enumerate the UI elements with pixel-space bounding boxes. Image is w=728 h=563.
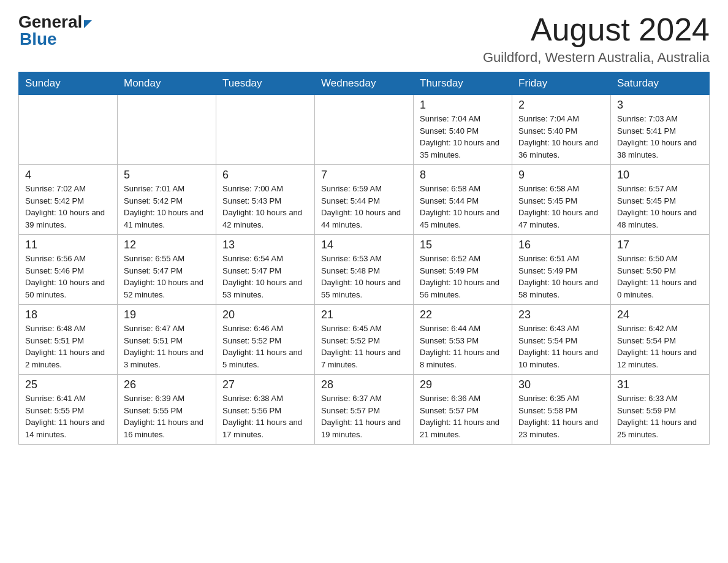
calendar-cell: 8Sunrise: 6:58 AM Sunset: 5:44 PM Daylig… <box>414 165 512 235</box>
day-info: Sunrise: 6:58 AM Sunset: 5:44 PM Dayligh… <box>420 183 506 231</box>
day-info: Sunrise: 6:59 AM Sunset: 5:44 PM Dayligh… <box>321 183 407 231</box>
day-number: 14 <box>321 239 407 251</box>
calendar-cell: 15Sunrise: 6:52 AM Sunset: 5:49 PM Dayli… <box>414 235 512 305</box>
day-info: Sunrise: 6:35 AM Sunset: 5:58 PM Dayligh… <box>518 393 604 440</box>
calendar-header-friday: Friday <box>512 72 611 95</box>
calendar-header-saturday: Saturday <box>611 72 710 95</box>
calendar-cell: 12Sunrise: 6:55 AM Sunset: 5:47 PM Dayli… <box>118 235 216 305</box>
day-info: Sunrise: 6:44 AM Sunset: 5:53 PM Dayligh… <box>420 323 506 370</box>
day-info: Sunrise: 7:02 AM Sunset: 5:42 PM Dayligh… <box>25 183 111 231</box>
day-info: Sunrise: 6:46 AM Sunset: 5:52 PM Dayligh… <box>222 323 308 370</box>
calendar-cell <box>315 95 414 165</box>
day-number: 27 <box>222 378 308 391</box>
calendar-header-row: SundayMondayTuesdayWednesdayThursdayFrid… <box>19 72 710 95</box>
week-row-4: 18Sunrise: 6:48 AM Sunset: 5:51 PM Dayli… <box>19 305 710 375</box>
calendar-cell: 29Sunrise: 6:36 AM Sunset: 5:57 PM Dayli… <box>414 375 512 445</box>
calendar-cell: 17Sunrise: 6:50 AM Sunset: 5:50 PM Dayli… <box>611 235 710 305</box>
day-number: 19 <box>124 308 210 321</box>
week-row-1: 1Sunrise: 7:04 AM Sunset: 5:40 PM Daylig… <box>19 95 710 165</box>
day-info: Sunrise: 6:38 AM Sunset: 5:56 PM Dayligh… <box>222 393 308 440</box>
title-block: August 2024 Guildford, Western Australia… <box>483 12 710 66</box>
day-info: Sunrise: 7:03 AM Sunset: 5:41 PM Dayligh… <box>617 113 703 161</box>
calendar-cell <box>19 95 118 165</box>
day-info: Sunrise: 6:39 AM Sunset: 5:55 PM Dayligh… <box>124 393 210 440</box>
day-info: Sunrise: 6:45 AM Sunset: 5:52 PM Dayligh… <box>321 323 407 370</box>
day-info: Sunrise: 6:48 AM Sunset: 5:51 PM Dayligh… <box>25 323 111 370</box>
calendar-cell: 18Sunrise: 6:48 AM Sunset: 5:51 PM Dayli… <box>19 305 118 375</box>
day-number: 29 <box>420 378 506 391</box>
calendar-cell: 1Sunrise: 7:04 AM Sunset: 5:40 PM Daylig… <box>414 95 512 165</box>
calendar-cell: 24Sunrise: 6:42 AM Sunset: 5:54 PM Dayli… <box>611 305 710 375</box>
calendar-cell: 19Sunrise: 6:47 AM Sunset: 5:51 PM Dayli… <box>118 305 216 375</box>
day-number: 24 <box>617 308 703 321</box>
calendar-cell: 10Sunrise: 6:57 AM Sunset: 5:45 PM Dayli… <box>611 165 710 235</box>
calendar-cell: 31Sunrise: 6:33 AM Sunset: 5:59 PM Dayli… <box>611 375 710 445</box>
calendar-cell: 2Sunrise: 7:04 AM Sunset: 5:40 PM Daylig… <box>512 95 611 165</box>
day-info: Sunrise: 6:52 AM Sunset: 5:49 PM Dayligh… <box>420 253 506 301</box>
calendar-header-thursday: Thursday <box>414 72 512 95</box>
day-number: 7 <box>321 169 407 182</box>
day-number: 21 <box>321 308 407 321</box>
day-number: 2 <box>518 99 604 112</box>
calendar-cell <box>216 95 315 165</box>
calendar-cell: 26Sunrise: 6:39 AM Sunset: 5:55 PM Dayli… <box>118 375 216 445</box>
calendar-cell: 25Sunrise: 6:41 AM Sunset: 5:55 PM Dayli… <box>19 375 118 445</box>
day-info: Sunrise: 6:54 AM Sunset: 5:47 PM Dayligh… <box>222 253 308 301</box>
calendar-cell: 4Sunrise: 7:02 AM Sunset: 5:42 PM Daylig… <box>19 165 118 235</box>
calendar-cell: 23Sunrise: 6:43 AM Sunset: 5:54 PM Dayli… <box>512 305 611 375</box>
day-info: Sunrise: 6:43 AM Sunset: 5:54 PM Dayligh… <box>518 323 604 370</box>
calendar-header-wednesday: Wednesday <box>315 72 414 95</box>
day-number: 30 <box>518 378 604 391</box>
day-info: Sunrise: 6:42 AM Sunset: 5:54 PM Dayligh… <box>617 323 703 370</box>
calendar-cell: 30Sunrise: 6:35 AM Sunset: 5:58 PM Dayli… <box>512 375 611 445</box>
calendar-cell: 28Sunrise: 6:37 AM Sunset: 5:57 PM Dayli… <box>315 375 414 445</box>
day-info: Sunrise: 6:50 AM Sunset: 5:50 PM Dayligh… <box>617 253 703 301</box>
day-info: Sunrise: 6:58 AM Sunset: 5:45 PM Dayligh… <box>518 183 604 231</box>
calendar-cell: 14Sunrise: 6:53 AM Sunset: 5:48 PM Dayli… <box>315 235 414 305</box>
day-number: 3 <box>617 99 703 112</box>
day-number: 8 <box>420 169 506 182</box>
calendar-header-tuesday: Tuesday <box>216 72 315 95</box>
day-info: Sunrise: 7:01 AM Sunset: 5:42 PM Dayligh… <box>124 183 210 231</box>
day-number: 17 <box>617 239 703 251</box>
day-number: 11 <box>25 239 111 251</box>
day-info: Sunrise: 6:37 AM Sunset: 5:57 PM Dayligh… <box>321 393 407 440</box>
week-row-3: 11Sunrise: 6:56 AM Sunset: 5:46 PM Dayli… <box>19 235 710 305</box>
day-number: 12 <box>124 239 210 251</box>
location-title: Guildford, Western Australia, Australia <box>483 50 710 66</box>
day-info: Sunrise: 6:36 AM Sunset: 5:57 PM Dayligh… <box>420 393 506 440</box>
day-info: Sunrise: 6:41 AM Sunset: 5:55 PM Dayligh… <box>25 393 111 440</box>
day-number: 18 <box>25 308 111 321</box>
day-number: 1 <box>420 99 506 112</box>
day-info: Sunrise: 6:56 AM Sunset: 5:46 PM Dayligh… <box>25 253 111 301</box>
week-row-5: 25Sunrise: 6:41 AM Sunset: 5:55 PM Dayli… <box>19 375 710 445</box>
calendar-cell: 3Sunrise: 7:03 AM Sunset: 5:41 PM Daylig… <box>611 95 710 165</box>
week-row-2: 4Sunrise: 7:02 AM Sunset: 5:42 PM Daylig… <box>19 165 710 235</box>
day-number: 5 <box>124 169 210 182</box>
day-number: 31 <box>617 378 703 391</box>
day-info: Sunrise: 6:55 AM Sunset: 5:47 PM Dayligh… <box>124 253 210 301</box>
page-header: General Blue August 2024 Guildford, West… <box>18 12 710 66</box>
calendar-table: SundayMondayTuesdayWednesdayThursdayFrid… <box>18 72 710 445</box>
day-number: 26 <box>124 378 210 391</box>
month-title: August 2024 <box>483 12 710 47</box>
day-number: 25 <box>25 378 111 391</box>
calendar-cell: 27Sunrise: 6:38 AM Sunset: 5:56 PM Dayli… <box>216 375 315 445</box>
calendar-cell: 11Sunrise: 6:56 AM Sunset: 5:46 PM Dayli… <box>19 235 118 305</box>
calendar-header-monday: Monday <box>118 72 216 95</box>
calendar-cell: 9Sunrise: 6:58 AM Sunset: 5:45 PM Daylig… <box>512 165 611 235</box>
day-number: 23 <box>518 308 604 321</box>
day-info: Sunrise: 6:51 AM Sunset: 5:49 PM Dayligh… <box>518 253 604 301</box>
logo-blue: Blue <box>20 29 57 49</box>
day-number: 6 <box>222 169 308 182</box>
calendar-cell: 5Sunrise: 7:01 AM Sunset: 5:42 PM Daylig… <box>118 165 216 235</box>
calendar-cell: 21Sunrise: 6:45 AM Sunset: 5:52 PM Dayli… <box>315 305 414 375</box>
calendar-header-sunday: Sunday <box>19 72 118 95</box>
day-number: 22 <box>420 308 506 321</box>
day-info: Sunrise: 6:47 AM Sunset: 5:51 PM Dayligh… <box>124 323 210 370</box>
calendar-cell: 22Sunrise: 6:44 AM Sunset: 5:53 PM Dayli… <box>414 305 512 375</box>
calendar-cell: 6Sunrise: 7:00 AM Sunset: 5:43 PM Daylig… <box>216 165 315 235</box>
calendar-cell <box>118 95 216 165</box>
calendar-cell: 7Sunrise: 6:59 AM Sunset: 5:44 PM Daylig… <box>315 165 414 235</box>
day-number: 28 <box>321 378 407 391</box>
